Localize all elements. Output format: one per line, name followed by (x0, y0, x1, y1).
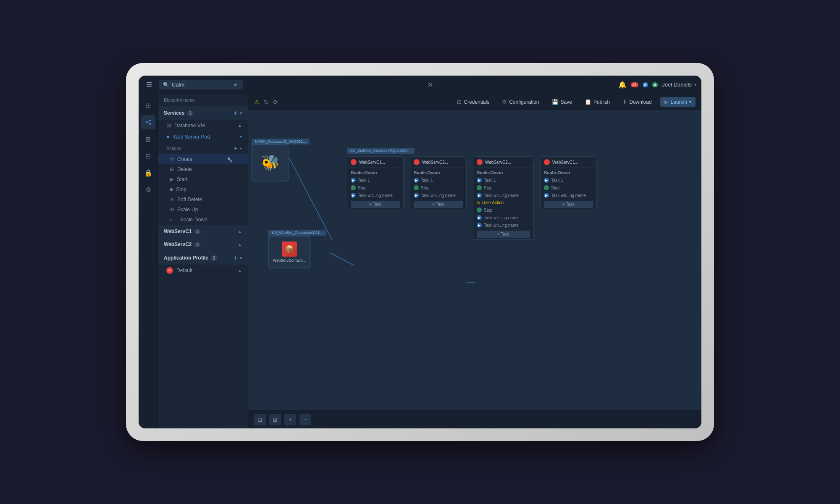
small-container-node[interactable]: 📦 WebServContaint... (268, 236, 310, 268)
status-badge-green: ● (652, 82, 658, 87)
sidebar-icon-market[interactable]: ⊠ (141, 132, 155, 146)
task-item-3-3[interactable]: ▶ Task wit...ng name (473, 192, 533, 199)
service-item-database-vm[interactable]: ⊟ Database VM ▲ (158, 120, 248, 131)
task-item-2-1[interactable]: ▶ Task 1 (410, 176, 466, 184)
sidebar-icon-security[interactable]: 🔒 (141, 165, 155, 180)
col2-label: WebServC2... (422, 160, 448, 165)
search-input[interactable] (172, 81, 231, 88)
grid-button[interactable]: ⊞ (269, 414, 281, 425)
scale-col-3-header: WebServC2... (473, 157, 533, 168)
sidebar-icon-settings[interactable]: ⚙ (141, 182, 155, 197)
action-item-soft-delete[interactable]: ✕ Soft Delete (158, 194, 248, 205)
default-icon: ✕ (166, 267, 173, 274)
action-item-scale-up[interactable]: ⟲ Scale-Up (158, 205, 248, 215)
add-task-btn-2[interactable]: + Task (414, 201, 463, 208)
zoom-out-button[interactable]: − (299, 414, 311, 425)
task-1-1-label: Task 1 (358, 178, 370, 183)
user-action-item[interactable]: ⊙ User Action (473, 199, 533, 206)
webservc1-label: WebServC1 (164, 228, 192, 234)
red-dot-3 (477, 159, 483, 165)
task-item-2-2[interactable]: Stop (410, 184, 466, 192)
task-item-3-5[interactable]: ▶ Task wit...ng name (473, 214, 533, 221)
task-item-4-1[interactable]: ▶ Task 1 (541, 176, 596, 184)
launch-button[interactable]: ▶ Launch ▾ (660, 97, 696, 107)
task-item-1-1[interactable]: ▶ Task 1 (347, 176, 403, 184)
fit-button[interactable]: ⊡ (254, 414, 266, 425)
notification-bell[interactable]: 🔔 (618, 81, 627, 89)
publish-icon: 📋 (585, 99, 591, 105)
action-item-delete[interactable]: ⊟ Delete (158, 164, 248, 174)
task-3-3-label: Task wit...ng name (484, 193, 519, 198)
webservc1-section: WebServC1 3 ▲ (158, 225, 248, 238)
small-container-node-container[interactable]: KU_WebSer_Container0021... 📦 WebServCont… (268, 230, 326, 268)
actions-add-button[interactable]: + (234, 145, 237, 152)
task-item-4-2[interactable]: Stop (541, 184, 596, 192)
task-item-1-3[interactable]: ▶ Task wit...ng name (347, 192, 403, 199)
col3-label: WebServC2... (485, 160, 511, 165)
default-item[interactable]: ✕ Default ▲ (158, 265, 248, 276)
red-box-icon: 📦 (282, 242, 297, 257)
config-icon: ⚙ (502, 99, 507, 105)
task-item-2-3[interactable]: ▶ Task wit...ng name (410, 192, 466, 199)
action-item-start[interactable]: ▶ Start (158, 174, 248, 184)
task-item-3-2[interactable]: Stop (473, 184, 533, 192)
db-node-container[interactable]: NYNX_DatabaseG_VM2301... 🐝 (252, 139, 310, 181)
star-icon[interactable]: ★ (233, 82, 238, 88)
publish-button[interactable]: 📋 Publish (580, 97, 614, 107)
services-section-header[interactable]: Services 3 + ▾ (158, 106, 248, 120)
red-dot-4 (544, 159, 550, 165)
canvas-content[interactable]: NYNX_DatabaseG_VM2301... 🐝 KU_WebSer_Con… (248, 110, 701, 428)
sidebar-icon-library[interactable]: ⊟ (141, 149, 155, 163)
services-label: Services (164, 110, 184, 116)
webservc1-header[interactable]: WebServC1 3 ▲ (158, 225, 248, 238)
save-button[interactable]: 💾 Save (548, 97, 576, 107)
reload-icon[interactable]: ⟳ (273, 99, 278, 105)
database-vm-chevron: ▲ (238, 123, 242, 128)
add-task-btn-4[interactable]: + Task (544, 201, 593, 208)
task-item-3-4[interactable]: Stop (473, 206, 533, 214)
sidebar-icon-calm[interactable] (141, 115, 155, 129)
scale-column-3[interactable]: WebServC2... Scale-Down ▶ Task 1 Stop (473, 156, 534, 240)
search-icon: 🔍 (163, 82, 169, 88)
action-item-create[interactable]: ⟲ Create ↖ (158, 154, 248, 164)
app-profile-header[interactable]: Application Profile 2 + ▾ (158, 251, 248, 265)
icon-sidebar: ⊞ ⊠ ⊟ 🔒 ⚙ (139, 94, 158, 428)
service-item-web-server-pod[interactable]: ● Web Server Pod ▾ (158, 131, 248, 142)
task-item-3-6[interactable]: ▶ Task wit...ng name (473, 221, 533, 229)
scale-column-2[interactable]: WebServC2... Scale-Down ▶ Task 1 Stop (410, 156, 467, 210)
credentials-button[interactable]: ⊟ Credentials (453, 97, 494, 107)
task-dot-3-3: ▶ (477, 193, 482, 198)
add-task-btn-1[interactable]: + Task (351, 201, 400, 208)
action-item-stop[interactable]: ■ Stop (158, 184, 248, 194)
action-item-scale-down[interactable]: ⟵ Scale-Down (158, 215, 248, 225)
svg-line-6 (330, 253, 354, 265)
user-menu[interactable]: Joel Daniels ▾ (662, 81, 696, 88)
blueprint-canvas[interactable]: NYNX_DatabaseG_VM2301... 🐝 KU_WebSer_Con… (248, 110, 701, 410)
services-count: 3 (187, 110, 194, 116)
services-add-button[interactable]: + (234, 110, 237, 116)
zoom-in-button[interactable]: + (284, 414, 296, 425)
col4-label: WebServC1... (552, 160, 578, 165)
top-bar-center: ✕ (247, 80, 614, 89)
sidebar-icon-apps[interactable]: ⊞ (141, 98, 155, 113)
stop-label: Stop (176, 186, 186, 192)
configuration-button[interactable]: ⚙ Configuration (498, 97, 543, 107)
warning-icon[interactable]: ⚠ (254, 99, 260, 105)
refresh-icon[interactable]: ↻ (264, 99, 269, 105)
webservc2-header[interactable]: WebServC2 3 ▲ (158, 238, 248, 251)
user-action-icon: ⊙ (477, 200, 480, 205)
task-item-4-3[interactable]: ▶ Task wit...ng name (541, 192, 596, 199)
download-button[interactable]: ⬇ Download (618, 97, 656, 107)
canvas-bottom-bar: ⊡ ⊞ + − (248, 410, 701, 428)
scale-column-4[interactable]: WebServC1... Scale-Down ▶ Task 1 Stop (540, 156, 597, 210)
close-button[interactable]: ✕ (427, 80, 433, 89)
app-profile-add-button[interactable]: + (234, 255, 237, 261)
hamburger-button[interactable]: ☰ (144, 79, 155, 90)
task-item-1-2[interactable]: Stop (347, 184, 403, 192)
add-task-btn-3[interactable]: + Task (477, 231, 530, 238)
task-item-3-1[interactable]: ▶ Task 1 (473, 176, 533, 184)
stop-icon: ■ (170, 186, 173, 192)
db-node[interactable]: 🐝 (252, 144, 289, 181)
default-label: Default (176, 268, 192, 273)
scale-column-1[interactable]: WebServC1... Scale-Down ▶ Task 1 Stop (347, 156, 404, 210)
